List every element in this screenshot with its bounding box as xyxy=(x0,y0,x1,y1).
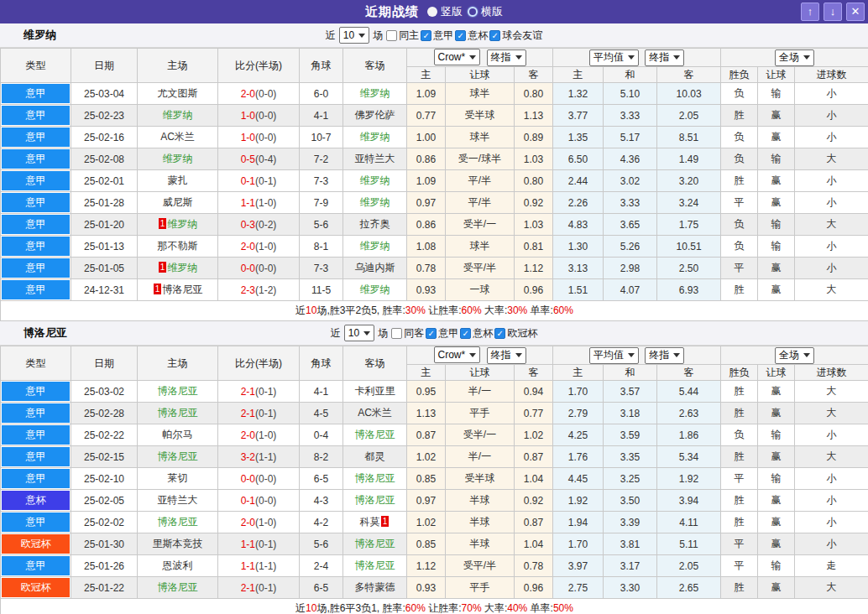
filter-checkbox-同客[interactable]: 同客 xyxy=(391,326,424,341)
match-row: 意甲25-01-28威尼斯1-1(1-0)7-9维罗纳0.97平/半0.922.… xyxy=(1,192,868,214)
layout-radio-option[interactable]: 横版 xyxy=(468,4,503,19)
fulltime-score: 0-0 xyxy=(241,473,255,485)
away-team-cell: 博洛尼亚 xyxy=(343,468,407,490)
odds-home-cell: 1.13 xyxy=(407,403,446,424)
odds-stage-select[interactable]: 终指 xyxy=(487,347,526,364)
fulltime-score: 0-1 xyxy=(241,175,255,187)
summary-segment: 大率: xyxy=(482,602,508,614)
avg-home-cell: 2.75 xyxy=(553,577,604,599)
layout-radio-selected[interactable]: 竖版 xyxy=(427,4,463,19)
avg-draw-cell: 2.98 xyxy=(604,258,657,279)
halftime-score: (0-0) xyxy=(255,110,276,122)
avg-draw-cell: 4.36 xyxy=(604,148,657,170)
filter-checkbox-意杯[interactable]: ✓意杯 xyxy=(455,29,488,43)
handicap-result-cell: 赢 xyxy=(758,403,795,424)
move-down-button[interactable]: ↓ xyxy=(824,3,842,21)
bookmaker-select[interactable]: Crow* xyxy=(434,346,481,363)
score-cell: 0-0(0-0) xyxy=(218,258,300,279)
league-badge: 意甲 xyxy=(2,237,70,256)
recent-count-select[interactable]: 10 xyxy=(339,27,369,44)
halftime-score: (0-0) xyxy=(255,263,276,274)
filter-checkbox-意杯[interactable]: ✓意杯 xyxy=(460,326,493,341)
match-date: 25-01-26 xyxy=(71,555,138,577)
col-header-type: 类型 xyxy=(1,346,71,381)
avg-away-cell: 1.86 xyxy=(657,424,721,446)
handicap-result-cell: 赢 xyxy=(758,577,795,599)
avg-home-cell: 6.50 xyxy=(553,148,604,170)
result-cell: 平 xyxy=(721,555,758,577)
match-date: 25-02-28 xyxy=(71,403,138,424)
chevron-down-icon xyxy=(803,55,810,60)
corner-cell: 6-0 xyxy=(300,83,343,105)
league-badge: 意甲 xyxy=(2,280,70,299)
home-team-cell: 1维罗纳 xyxy=(138,214,218,236)
odds-home-cell: 1.08 xyxy=(407,236,446,258)
league-type-cell: 意甲 xyxy=(1,279,71,301)
odds-home-cell: 1.00 xyxy=(407,127,446,148)
summary-segment: 大率: xyxy=(482,304,508,316)
filter-checkbox-球会友谊[interactable]: ✓球会友谊 xyxy=(489,29,542,43)
avg-stage-select[interactable]: 终指 xyxy=(645,347,684,364)
team-label: 博洛尼亚 xyxy=(355,559,395,571)
team-label: 亚特兰大 xyxy=(355,153,395,164)
average-select[interactable]: 平均值 xyxy=(589,347,639,364)
odds-away-cell: 1.13 xyxy=(515,105,553,127)
handicap-line-cell: 受半球 xyxy=(446,105,515,127)
odds-away-cell: 1.02 xyxy=(515,424,553,446)
goals-result-cell: 小 xyxy=(795,533,868,555)
goals-result-cell: 小 xyxy=(795,512,868,533)
corner-cell: 10-7 xyxy=(300,127,343,148)
chevron-down-icon xyxy=(628,353,635,357)
filter-checkbox-欧冠杯[interactable]: ✓欧冠杯 xyxy=(494,326,537,341)
odds-home-cell: 0.93 xyxy=(407,279,446,301)
goals-result-cell: 大 xyxy=(795,279,868,301)
halftime-score: (0-0) xyxy=(255,495,276,507)
bookmaker-select[interactable]: Crow* xyxy=(434,49,481,65)
recent-count-select[interactable]: 10 xyxy=(344,325,374,341)
close-button[interactable]: ✕ xyxy=(846,3,865,21)
match-date: 25-02-01 xyxy=(71,170,138,192)
scope-select[interactable]: 全场 xyxy=(775,347,814,364)
avg-draw-cell: 3.59 xyxy=(604,424,657,446)
halftime-score: (0-1) xyxy=(255,582,276,594)
halftime-score: (0-0) xyxy=(255,473,276,485)
home-team-cell: 博洛尼亚 xyxy=(138,446,218,468)
odds-away-cell: 0.87 xyxy=(515,512,553,533)
goals-result-cell: 小 xyxy=(795,83,868,105)
window-title: 近期战绩 xyxy=(365,4,419,20)
league-badge: 意甲 xyxy=(2,425,70,445)
scope-select[interactable]: 全场 xyxy=(775,49,814,66)
league-badge: 意甲 xyxy=(2,556,70,575)
avg-home-cell: 1.70 xyxy=(553,381,604,403)
team-label: 尤文图斯 xyxy=(158,87,198,99)
match-date: 25-02-15 xyxy=(71,446,138,468)
home-team-cell: 博洛尼亚 xyxy=(138,403,218,424)
filter-checkbox-意甲[interactable]: ✓意甲 xyxy=(421,29,453,43)
summary-segment: 让胜率: xyxy=(426,602,462,614)
match-row: 意甲25-01-26恩波利1-1(1-1)2-4博洛尼亚1.12受平/半0.78… xyxy=(1,555,868,577)
odds-home-cell: 0.78 xyxy=(407,258,446,279)
move-up-button[interactable]: ↑ xyxy=(801,3,819,21)
average-select[interactable]: 平均值 xyxy=(589,49,639,66)
match-date: 25-02-02 xyxy=(71,512,138,533)
halftime-score: (1-0) xyxy=(255,197,276,209)
avg-stage-select[interactable]: 终指 xyxy=(645,49,684,66)
checked-checkbox-icon: ✓ xyxy=(426,328,437,339)
down-arrow-icon: ↓ xyxy=(830,5,836,18)
result-cell: 平 xyxy=(721,468,758,490)
match-date: 25-01-05 xyxy=(71,258,138,279)
subcol-handicap: 让球 xyxy=(446,67,515,83)
halftime-score: (0-1) xyxy=(255,175,276,187)
subcol-handicap-result: 让球 xyxy=(758,67,795,83)
filter-checkbox-同主[interactable]: 同主 xyxy=(386,29,419,43)
halftime-score: (0-0) xyxy=(255,88,276,100)
red-card-badge: 1 xyxy=(154,284,162,294)
subcol-avg-away: 客 xyxy=(657,365,721,381)
chevron-down-icon xyxy=(673,55,680,60)
league-type-cell: 意甲 xyxy=(1,424,71,446)
filter-checkbox-意甲[interactable]: ✓意甲 xyxy=(426,326,458,341)
odds-stage-select[interactable]: 终指 xyxy=(487,49,526,66)
games-label: 场 xyxy=(373,29,383,43)
subcol-handicap-result: 让球 xyxy=(758,365,795,381)
titlebar: 近期战绩 竖版横版 ↑ ↓ ✕ xyxy=(0,0,868,23)
